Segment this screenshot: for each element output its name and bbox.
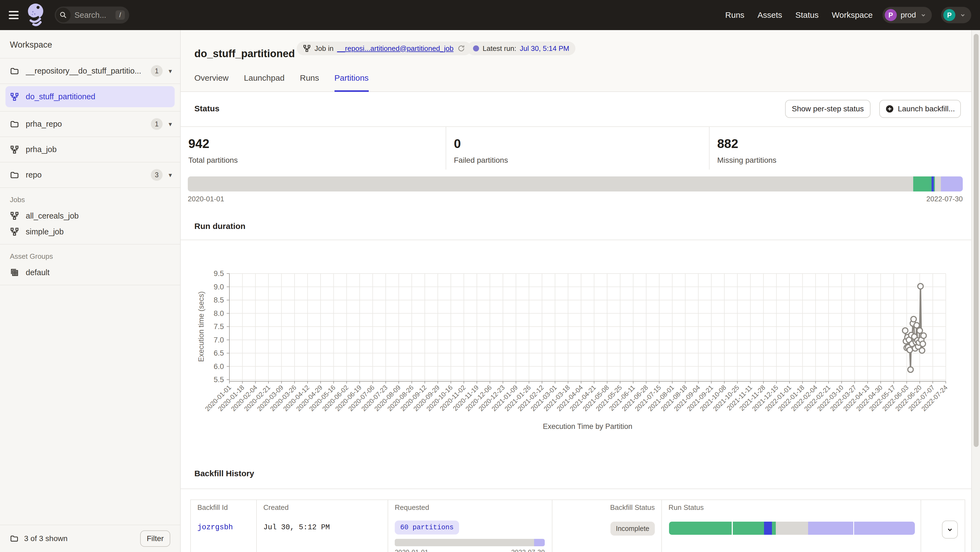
job-icon (10, 145, 19, 154)
scrollbar-thumb[interactable] (974, 34, 978, 447)
tab-launchpad[interactable]: Launchpad (244, 72, 285, 92)
tab-overview[interactable]: Overview (194, 72, 229, 92)
tab-bar: OverviewLaunchpadRunsPartitions (194, 72, 369, 92)
folder-icon (10, 119, 19, 129)
shown-count-label: 3 of 3 shown (24, 534, 68, 543)
latest-run-badge: Latest run: Jul 30, 5:14 PM (467, 41, 576, 55)
sidebar-item-do-stuff-partitioned[interactable]: do_stuff_partitioned (5, 86, 175, 107)
backfill-status-badge: Incomplete (611, 522, 655, 536)
backfill-button-label: Launch backfill... (898, 105, 955, 113)
stat-value: 942 (188, 137, 445, 150)
sidebar-item-label: repo (26, 170, 151, 179)
job-icon (10, 211, 19, 220)
y-tick-label: 8.0 (213, 309, 224, 317)
chevron-down-icon (920, 11, 927, 19)
sidebar-item-prha-job[interactable]: prha_job (0, 137, 180, 162)
requested-progress-bar (395, 539, 545, 546)
sidebar-item-simple-job[interactable]: simple_job (0, 224, 180, 240)
expander-caret-icon[interactable]: ▾ (169, 121, 172, 128)
launch-backfill-button[interactable]: Launch backfill... (879, 100, 961, 118)
data-point-marker[interactable] (917, 328, 923, 333)
nav-link-assets[interactable]: Assets (757, 10, 782, 20)
tab-partitions[interactable]: Partitions (334, 72, 369, 92)
sidebar-item-all-cereals-job[interactable]: all_cereals_job (0, 208, 180, 224)
data-point-marker[interactable] (919, 348, 925, 353)
bar-segment (669, 522, 732, 535)
partition-bar-labels: 2020-01-01 2022-07-30 (188, 195, 963, 203)
tab-runs[interactable]: Runs (300, 72, 319, 92)
column-header-backfill-id: Backfill Id (191, 500, 256, 516)
data-point-marker[interactable] (918, 284, 923, 289)
bar-segment (941, 176, 963, 192)
sidebar-item-repo[interactable]: repo3▾ (0, 162, 180, 187)
partition-status-bar[interactable] (188, 176, 963, 192)
run-status-bar[interactable] (669, 522, 915, 535)
run-duration-chart: 9.59.08.58.07.57.06.56.05.52020-01-01202… (181, 240, 971, 459)
page-scrollbar[interactable] (971, 30, 980, 552)
main-content: do_stuff_partitioned Job in __reposi...a… (181, 30, 971, 552)
item-count-badge: 1 (151, 65, 162, 77)
x-axis-title: Execution Time by Partition (543, 422, 632, 431)
data-point-marker[interactable] (921, 333, 926, 338)
refresh-icon[interactable] (457, 44, 465, 52)
nav-links: RunsAssetsStatusWorkspace (725, 10, 873, 20)
sidebar-item-label: __repository__do_stuff_partitio... (26, 67, 151, 76)
workspace-sidebar: Workspace __repository__do_stuff_partiti… (0, 30, 181, 552)
job-origin-link[interactable]: __reposi...artitioned@partitioned_job (337, 44, 453, 53)
bar-segment (854, 522, 915, 535)
sidebar-item--repository-do-stuff-partitio-[interactable]: __repository__do_stuff_partitio...1▾ (0, 59, 180, 83)
data-point-marker[interactable] (914, 322, 920, 328)
page-title: do_stuff_partitioned (194, 48, 295, 60)
expander-caret-icon[interactable]: ▾ (169, 171, 172, 179)
partition-stats: 942Total partitions0Failed partitions882… (181, 126, 971, 170)
sidebar-title: Workspace (0, 30, 180, 59)
data-point-marker[interactable] (907, 347, 912, 352)
bar-segment (534, 539, 545, 546)
sidebar-section-asset-groups: Asset Groupsdefault (0, 244, 180, 285)
requested-partitions-badge[interactable]: 60 partitions (395, 520, 459, 535)
nav-link-status[interactable]: Status (795, 10, 818, 20)
menu-icon[interactable] (9, 11, 19, 19)
backfill-id-link[interactable]: jozrgsbh (197, 523, 233, 531)
dagster-logo-icon[interactable] (26, 2, 46, 28)
y-tick-label: 8.5 (213, 296, 224, 304)
bar-start-date: 2020-01-01 (188, 195, 224, 203)
job-icon (10, 227, 19, 236)
sidebar-item-prha-repo[interactable]: prha_repo1▾ (0, 112, 180, 136)
cell-run-status (661, 516, 921, 552)
column-header-requested: Requested (388, 500, 552, 516)
folder-icon (10, 534, 19, 543)
table-row: jozrgsbhJul 30, 5:12 PM60 partitions2020… (191, 516, 965, 552)
user-menu[interactable]: P (941, 7, 971, 23)
data-point-marker[interactable] (908, 367, 913, 372)
search-input[interactable]: Search... / (55, 6, 129, 24)
job-icon (303, 44, 311, 52)
run-duration-title: Run duration (194, 222, 245, 231)
expander-caret-icon[interactable]: ▾ (169, 67, 172, 75)
bar-segment (733, 522, 764, 535)
deployment-switcher[interactable]: P prod (883, 7, 932, 23)
plus-circle-icon (885, 105, 894, 113)
latest-run-link[interactable]: Jul 30, 5:14 PM (520, 44, 570, 53)
y-tick-label: 5.5 (213, 376, 224, 384)
backfill-history-title: Backfill History (194, 469, 254, 478)
cell-created: Jul 30, 5:12 PM (256, 516, 388, 552)
nav-link-workspace[interactable]: Workspace (832, 10, 873, 20)
sidebar-item-label: prha_repo (26, 119, 151, 128)
expand-row-button[interactable] (942, 520, 958, 539)
filter-button[interactable]: Filter (140, 530, 170, 547)
nav-link-runs[interactable]: Runs (725, 10, 744, 20)
data-point-marker[interactable] (911, 316, 916, 322)
stat-missing-partitions: 882Missing partitions (709, 127, 971, 170)
show-per-step-status-button[interactable]: Show per-step status (785, 100, 870, 118)
y-tick-label: 6.0 (213, 362, 224, 371)
data-point-marker[interactable] (920, 341, 926, 347)
section-label: Asset Groups (0, 244, 180, 265)
asset-group-icon (10, 268, 19, 277)
sidebar-item-default[interactable]: default (0, 265, 180, 281)
job-badge-prefix: Job in (315, 44, 333, 53)
y-tick-label: 9.5 (213, 270, 224, 278)
folder-icon (10, 67, 19, 76)
bar-segment (188, 176, 913, 192)
data-point-marker[interactable] (902, 328, 908, 333)
